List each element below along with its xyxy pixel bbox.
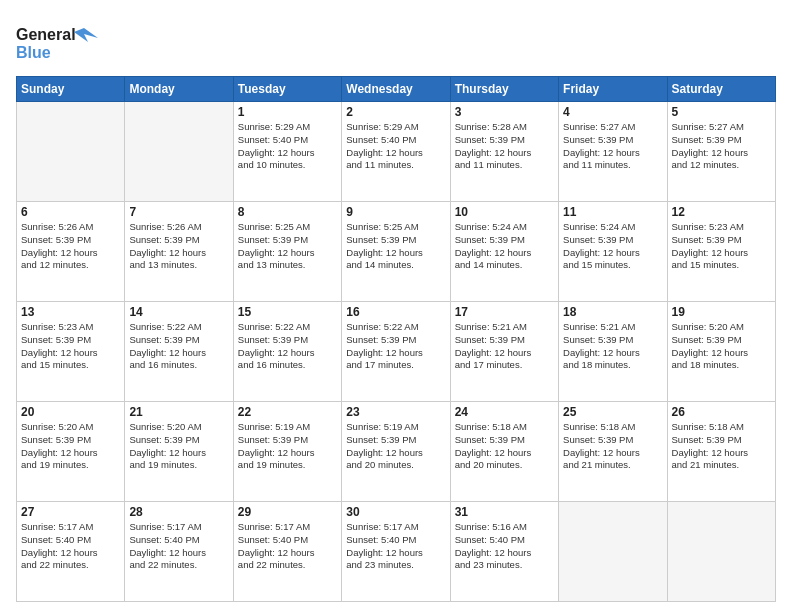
logo-text: General Blue [16,20,106,68]
day-info: Sunrise: 5:20 AM Sunset: 5:39 PM Dayligh… [21,421,120,472]
day-info: Sunrise: 5:23 AM Sunset: 5:39 PM Dayligh… [21,321,120,372]
calendar-cell: 27Sunrise: 5:17 AM Sunset: 5:40 PM Dayli… [17,502,125,602]
svg-text:General: General [16,26,76,43]
day-info: Sunrise: 5:27 AM Sunset: 5:39 PM Dayligh… [563,121,662,172]
day-number: 30 [346,505,445,519]
calendar-cell: 10Sunrise: 5:24 AM Sunset: 5:39 PM Dayli… [450,202,558,302]
day-info: Sunrise: 5:26 AM Sunset: 5:39 PM Dayligh… [129,221,228,272]
logo: General Blue [16,20,106,68]
day-number: 11 [563,205,662,219]
day-info: Sunrise: 5:16 AM Sunset: 5:40 PM Dayligh… [455,521,554,572]
day-number: 5 [672,105,771,119]
day-info: Sunrise: 5:24 AM Sunset: 5:39 PM Dayligh… [455,221,554,272]
day-number: 29 [238,505,337,519]
weekday-header-sunday: Sunday [17,77,125,102]
calendar-cell: 12Sunrise: 5:23 AM Sunset: 5:39 PM Dayli… [667,202,775,302]
day-info: Sunrise: 5:22 AM Sunset: 5:39 PM Dayligh… [238,321,337,372]
day-number: 16 [346,305,445,319]
day-number: 2 [346,105,445,119]
day-number: 24 [455,405,554,419]
day-info: Sunrise: 5:21 AM Sunset: 5:39 PM Dayligh… [563,321,662,372]
header: General Blue [16,16,776,68]
day-info: Sunrise: 5:25 AM Sunset: 5:39 PM Dayligh… [238,221,337,272]
calendar-cell: 25Sunrise: 5:18 AM Sunset: 5:39 PM Dayli… [559,402,667,502]
calendar-body: 1Sunrise: 5:29 AM Sunset: 5:40 PM Daylig… [17,102,776,602]
day-info: Sunrise: 5:28 AM Sunset: 5:39 PM Dayligh… [455,121,554,172]
day-number: 20 [21,405,120,419]
day-info: Sunrise: 5:21 AM Sunset: 5:39 PM Dayligh… [455,321,554,372]
calendar-cell: 5Sunrise: 5:27 AM Sunset: 5:39 PM Daylig… [667,102,775,202]
calendar-cell: 30Sunrise: 5:17 AM Sunset: 5:40 PM Dayli… [342,502,450,602]
day-info: Sunrise: 5:23 AM Sunset: 5:39 PM Dayligh… [672,221,771,272]
calendar-cell [125,102,233,202]
calendar-cell: 28Sunrise: 5:17 AM Sunset: 5:40 PM Dayli… [125,502,233,602]
calendar-cell: 17Sunrise: 5:21 AM Sunset: 5:39 PM Dayli… [450,302,558,402]
calendar-cell: 2Sunrise: 5:29 AM Sunset: 5:40 PM Daylig… [342,102,450,202]
day-number: 6 [21,205,120,219]
calendar-week-2: 6Sunrise: 5:26 AM Sunset: 5:39 PM Daylig… [17,202,776,302]
day-info: Sunrise: 5:22 AM Sunset: 5:39 PM Dayligh… [129,321,228,372]
day-number: 26 [672,405,771,419]
day-number: 19 [672,305,771,319]
weekday-header-saturday: Saturday [667,77,775,102]
day-number: 3 [455,105,554,119]
day-info: Sunrise: 5:25 AM Sunset: 5:39 PM Dayligh… [346,221,445,272]
day-number: 31 [455,505,554,519]
day-number: 13 [21,305,120,319]
svg-text:Blue: Blue [16,44,51,61]
logo-svg: General Blue [16,20,106,64]
svg-marker-2 [74,28,98,42]
day-number: 18 [563,305,662,319]
calendar-cell: 16Sunrise: 5:22 AM Sunset: 5:39 PM Dayli… [342,302,450,402]
calendar-cell: 9Sunrise: 5:25 AM Sunset: 5:39 PM Daylig… [342,202,450,302]
day-info: Sunrise: 5:20 AM Sunset: 5:39 PM Dayligh… [129,421,228,472]
day-number: 23 [346,405,445,419]
day-info: Sunrise: 5:18 AM Sunset: 5:39 PM Dayligh… [455,421,554,472]
day-number: 17 [455,305,554,319]
calendar-cell: 14Sunrise: 5:22 AM Sunset: 5:39 PM Dayli… [125,302,233,402]
calendar-cell: 6Sunrise: 5:26 AM Sunset: 5:39 PM Daylig… [17,202,125,302]
calendar-cell: 3Sunrise: 5:28 AM Sunset: 5:39 PM Daylig… [450,102,558,202]
calendar-cell: 13Sunrise: 5:23 AM Sunset: 5:39 PM Dayli… [17,302,125,402]
calendar-cell [17,102,125,202]
day-number: 22 [238,405,337,419]
calendar-cell: 20Sunrise: 5:20 AM Sunset: 5:39 PM Dayli… [17,402,125,502]
calendar-header: SundayMondayTuesdayWednesdayThursdayFrid… [17,77,776,102]
day-number: 25 [563,405,662,419]
day-info: Sunrise: 5:22 AM Sunset: 5:39 PM Dayligh… [346,321,445,372]
calendar-cell: 21Sunrise: 5:20 AM Sunset: 5:39 PM Dayli… [125,402,233,502]
day-info: Sunrise: 5:17 AM Sunset: 5:40 PM Dayligh… [346,521,445,572]
day-info: Sunrise: 5:17 AM Sunset: 5:40 PM Dayligh… [21,521,120,572]
calendar-cell: 4Sunrise: 5:27 AM Sunset: 5:39 PM Daylig… [559,102,667,202]
calendar-cell: 1Sunrise: 5:29 AM Sunset: 5:40 PM Daylig… [233,102,341,202]
day-number: 8 [238,205,337,219]
weekday-header-row: SundayMondayTuesdayWednesdayThursdayFrid… [17,77,776,102]
day-info: Sunrise: 5:19 AM Sunset: 5:39 PM Dayligh… [346,421,445,472]
calendar-cell: 31Sunrise: 5:16 AM Sunset: 5:40 PM Dayli… [450,502,558,602]
weekday-header-tuesday: Tuesday [233,77,341,102]
weekday-header-wednesday: Wednesday [342,77,450,102]
day-info: Sunrise: 5:18 AM Sunset: 5:39 PM Dayligh… [563,421,662,472]
day-info: Sunrise: 5:27 AM Sunset: 5:39 PM Dayligh… [672,121,771,172]
day-info: Sunrise: 5:29 AM Sunset: 5:40 PM Dayligh… [346,121,445,172]
day-number: 4 [563,105,662,119]
calendar-week-5: 27Sunrise: 5:17 AM Sunset: 5:40 PM Dayli… [17,502,776,602]
calendar-cell: 24Sunrise: 5:18 AM Sunset: 5:39 PM Dayli… [450,402,558,502]
day-info: Sunrise: 5:29 AM Sunset: 5:40 PM Dayligh… [238,121,337,172]
calendar-cell: 18Sunrise: 5:21 AM Sunset: 5:39 PM Dayli… [559,302,667,402]
day-number: 9 [346,205,445,219]
day-number: 15 [238,305,337,319]
calendar-week-1: 1Sunrise: 5:29 AM Sunset: 5:40 PM Daylig… [17,102,776,202]
calendar-cell: 22Sunrise: 5:19 AM Sunset: 5:39 PM Dayli… [233,402,341,502]
page: General Blue SundayMondayTuesdayWednesda… [0,0,792,612]
day-info: Sunrise: 5:18 AM Sunset: 5:39 PM Dayligh… [672,421,771,472]
weekday-header-friday: Friday [559,77,667,102]
day-number: 1 [238,105,337,119]
calendar-cell: 29Sunrise: 5:17 AM Sunset: 5:40 PM Dayli… [233,502,341,602]
day-number: 7 [129,205,228,219]
calendar-table: SundayMondayTuesdayWednesdayThursdayFrid… [16,76,776,602]
day-number: 14 [129,305,228,319]
calendar-cell: 11Sunrise: 5:24 AM Sunset: 5:39 PM Dayli… [559,202,667,302]
day-number: 10 [455,205,554,219]
calendar-cell [559,502,667,602]
